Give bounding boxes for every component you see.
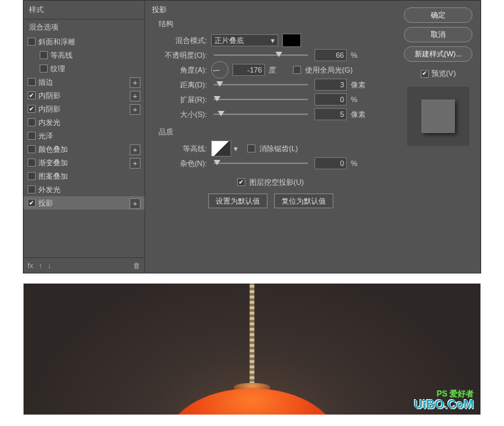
spread-slider[interactable] <box>214 99 308 100</box>
reset-default-button[interactable]: 复位为默认值 <box>274 194 333 208</box>
new-style-button[interactable]: 新建样式(W)... <box>404 46 472 62</box>
watermark-text: UiBO.CoM <box>414 398 474 412</box>
style-label: 内阴影 <box>38 104 60 114</box>
add-effect-button[interactable]: + <box>130 198 140 209</box>
style-row-3[interactable]: 描边+ <box>24 75 144 89</box>
opacity-input[interactable]: 66 <box>314 49 347 61</box>
styles-footer: fx ↑ ↓ 🗑 <box>24 257 144 273</box>
size-row: 大小(S): 5 像素 <box>152 107 389 122</box>
style-row-1[interactable]: 等高线 <box>24 48 144 62</box>
angle-row: 角度(A): -176 度 使用全局光(G) <box>152 62 389 77</box>
angle-label: 角度(A): <box>152 65 207 75</box>
style-checkbox[interactable] <box>28 105 36 113</box>
noise-slider[interactable] <box>214 163 308 164</box>
style-checkbox[interactable] <box>28 38 36 46</box>
size-slider[interactable] <box>214 114 308 115</box>
size-unit: 像素 <box>351 110 371 120</box>
trash-icon[interactable]: 🗑 <box>133 261 140 269</box>
style-checkbox[interactable] <box>28 145 36 153</box>
preview-box <box>407 87 469 146</box>
blending-options-row[interactable]: 混合选项 <box>24 19 144 35</box>
noise-input[interactable]: 0 <box>314 157 347 169</box>
blend-mode-row: 混合模式: 正片叠底 ▾ <box>152 33 389 48</box>
angle-unit: 度 <box>269 65 289 75</box>
style-checkbox[interactable] <box>28 199 36 207</box>
add-effect-button[interactable]: + <box>130 158 140 169</box>
blend-mode-label: 混合模式: <box>152 36 207 46</box>
style-row-11[interactable]: 外发光 <box>24 183 144 196</box>
spread-row: 扩展(R): 0 % <box>152 92 389 107</box>
style-checkbox[interactable] <box>40 51 48 59</box>
antialias-checkbox[interactable] <box>247 144 255 153</box>
panel-title: 投影 <box>152 5 389 15</box>
right-panel: 确定 取消 新建样式(W)... 预览(V) <box>396 1 480 273</box>
ok-button[interactable]: 确定 <box>404 7 472 23</box>
distance-row: 距离(D): 3 像素 <box>152 77 389 92</box>
noise-row: 杂色(N): 0 % <box>152 156 389 171</box>
spread-unit: % <box>351 95 371 103</box>
opacity-unit: % <box>351 51 371 59</box>
add-effect-button[interactable]: + <box>130 144 140 155</box>
layer-style-dialog: 样式 混合选项 斜面和浮雕等高线纹理描边+内阴影+内阴影+内发光光泽颜色叠加+渐… <box>23 0 481 273</box>
angle-input[interactable]: -176 <box>233 64 265 76</box>
style-row-9[interactable]: 渐变叠加+ <box>24 156 144 169</box>
global-light-checkbox[interactable] <box>293 66 301 74</box>
arrow-down-icon[interactable]: ↓ <box>48 261 52 269</box>
opacity-slider[interactable] <box>214 54 308 56</box>
preview-swatch <box>421 99 455 133</box>
style-row-8[interactable]: 颜色叠加+ <box>24 142 144 156</box>
angle-dial[interactable] <box>211 61 228 79</box>
preview-checkbox[interactable] <box>421 70 429 78</box>
style-row-7[interactable]: 光泽 <box>24 129 144 142</box>
style-list: 斜面和浮雕等高线纹理描边+内阴影+内阴影+内发光光泽颜色叠加+渐变叠加+图案叠加… <box>24 35 144 257</box>
style-row-0[interactable]: 斜面和浮雕 <box>24 35 144 48</box>
distance-unit: 像素 <box>351 80 371 90</box>
distance-input[interactable]: 3 <box>314 79 347 91</box>
style-row-4[interactable]: 内阴影+ <box>24 89 144 102</box>
style-row-2[interactable]: 纹理 <box>24 62 144 75</box>
add-effect-button[interactable]: + <box>130 77 140 88</box>
style-label: 光泽 <box>38 131 53 141</box>
spread-label: 扩展(R): <box>152 95 207 105</box>
knockout-checkbox[interactable] <box>237 178 245 186</box>
style-label: 外发光 <box>38 185 60 195</box>
style-label: 等高线 <box>50 50 73 60</box>
distance-label: 距离(D): <box>152 80 207 90</box>
blend-mode-dropdown[interactable]: 正片叠底 ▾ <box>211 34 278 46</box>
cancel-button[interactable]: 取消 <box>404 27 472 42</box>
contour-picker[interactable] <box>211 140 231 157</box>
style-checkbox[interactable] <box>28 118 36 126</box>
style-checkbox[interactable] <box>28 78 36 86</box>
chevron-down-icon[interactable]: ▾ <box>234 144 238 153</box>
add-effect-button[interactable]: + <box>130 104 140 115</box>
style-checkbox[interactable] <box>28 132 36 140</box>
blend-mode-value: 正片叠底 <box>214 36 244 46</box>
shadow-color-swatch[interactable] <box>282 34 301 47</box>
style-checkbox[interactable] <box>28 159 36 167</box>
opacity-row: 不透明度(O): 66 % <box>152 48 389 62</box>
spread-input[interactable]: 0 <box>314 93 347 105</box>
style-label: 描边 <box>38 77 53 87</box>
size-label: 大小(S): <box>152 110 207 120</box>
style-row-12[interactable]: 投影+ <box>24 196 144 210</box>
distance-slider[interactable] <box>214 84 308 85</box>
make-default-button[interactable]: 设置为默认值 <box>208 194 267 208</box>
style-checkbox[interactable] <box>28 172 36 180</box>
lamp-wire <box>250 284 255 384</box>
style-checkbox[interactable] <box>28 91 36 99</box>
size-input[interactable]: 5 <box>314 108 347 120</box>
add-effect-button[interactable]: + <box>130 91 140 101</box>
style-row-5[interactable]: 内阴影+ <box>24 102 144 116</box>
styles-header: 样式 <box>24 1 144 19</box>
default-buttons-row: 设置为默认值 复位为默认值 <box>152 194 389 208</box>
style-checkbox[interactable] <box>40 65 48 73</box>
arrow-up-icon[interactable]: ↑ <box>39 261 43 269</box>
fx-icon[interactable]: fx <box>28 261 34 269</box>
preview-row: 预览(V) <box>421 69 456 79</box>
style-label: 图案叠加 <box>38 171 68 181</box>
style-row-6[interactable]: 内发光 <box>24 116 144 129</box>
settings-panel: 投影 结构 混合模式: 正片叠底 ▾ 不透明度(O): 66 % 角度(A): … <box>145 1 396 273</box>
style-checkbox[interactable] <box>28 185 36 194</box>
style-row-10[interactable]: 图案叠加 <box>24 169 144 183</box>
styles-panel: 样式 混合选项 斜面和浮雕等高线纹理描边+内阴影+内阴影+内发光光泽颜色叠加+渐… <box>24 1 145 273</box>
